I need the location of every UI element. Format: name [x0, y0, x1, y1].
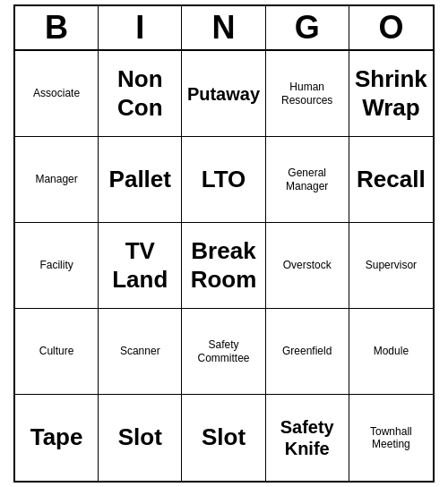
- cell-text: Shrink Wrap: [353, 65, 429, 121]
- bingo-cell: Safety Knife: [266, 395, 349, 481]
- bingo-cell: Module: [349, 309, 433, 395]
- bingo-cell: Pallet: [99, 137, 182, 223]
- cell-text: Pallet: [109, 166, 171, 193]
- header-letter: N: [182, 6, 265, 49]
- cell-text: Slot: [118, 423, 162, 451]
- bingo-cell: Facility: [15, 223, 99, 309]
- cell-text: Supervisor: [366, 259, 417, 271]
- bingo-grid: AssociateNon ConPutawayHuman ResourcesSh…: [15, 51, 433, 481]
- cell-text: Greenfield: [282, 345, 332, 357]
- bingo-cell: Greenfield: [266, 309, 349, 395]
- bingo-cell: Shrink Wrap: [349, 51, 433, 137]
- bingo-cell: Scanner: [99, 309, 182, 395]
- cell-text: Break Room: [185, 237, 261, 293]
- cell-text: Associate: [33, 87, 80, 99]
- bingo-cell: Putaway: [182, 51, 265, 137]
- bingo-cell: Tape: [15, 395, 99, 481]
- bingo-cell: TV Land: [99, 223, 182, 309]
- bingo-card: BINGO AssociateNon ConPutawayHuman Resou…: [13, 4, 435, 483]
- cell-text: Safety Committee: [185, 338, 261, 364]
- cell-text: Safety Knife: [270, 416, 345, 459]
- bingo-cell: Culture: [15, 309, 99, 395]
- cell-text: Manager: [35, 173, 77, 185]
- cell-text: Slot: [202, 423, 246, 451]
- cell-text: Putaway: [187, 83, 260, 105]
- bingo-cell: Recall: [349, 137, 433, 223]
- bingo-cell: LTO: [182, 137, 265, 223]
- bingo-cell: Slot: [99, 395, 182, 481]
- bingo-cell: Townhall Meeting: [349, 395, 433, 481]
- bingo-cell: Human Resources: [266, 51, 349, 137]
- bingo-cell: Break Room: [182, 223, 265, 309]
- cell-text: Tape: [30, 423, 83, 451]
- cell-text: Townhall Meeting: [353, 425, 429, 451]
- bingo-cell: Associate: [15, 51, 99, 137]
- cell-text: LTO: [202, 166, 246, 193]
- bingo-cell: Manager: [15, 137, 99, 223]
- bingo-cell: Safety Committee: [182, 309, 265, 395]
- cell-text: Overstock: [283, 259, 332, 271]
- bingo-cell: Non Con: [99, 51, 182, 137]
- bingo-cell: Overstock: [266, 223, 349, 309]
- header-letter: G: [266, 6, 349, 49]
- cell-text: Scanner: [120, 345, 160, 357]
- cell-text: Culture: [39, 345, 74, 357]
- cell-text: Recall: [357, 166, 426, 193]
- cell-text: Non Con: [102, 65, 177, 121]
- cell-text: General Manager: [270, 167, 345, 192]
- header-letter: I: [99, 6, 182, 49]
- cell-text: Facility: [39, 259, 73, 271]
- cell-text: TV Land: [102, 237, 177, 293]
- header-letter: B: [15, 6, 99, 49]
- header-letter: O: [349, 6, 433, 49]
- cell-text: Human Resources: [270, 81, 345, 107]
- cell-text: Module: [374, 345, 409, 357]
- bingo-cell: Slot: [182, 395, 265, 481]
- bingo-header: BINGO: [15, 6, 433, 51]
- bingo-cell: General Manager: [266, 137, 349, 223]
- bingo-cell: Supervisor: [349, 223, 433, 309]
